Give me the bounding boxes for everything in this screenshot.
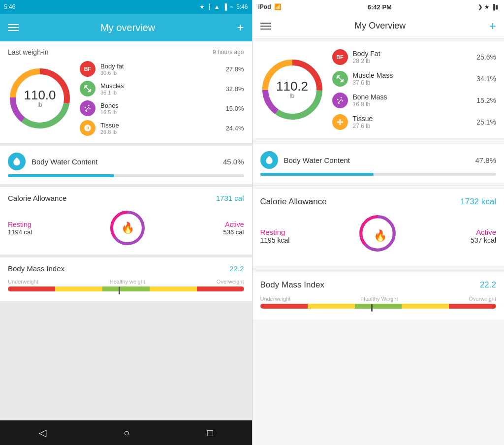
ios-bmi-underweight: Underweight [260, 296, 291, 302]
ios-body-fat-icon: BF [332, 49, 348, 65]
list-item: Bone Mass 16.8 lb 15.2% [332, 93, 497, 108]
ios-bluetooth-icon: ★ [484, 4, 489, 10]
weigh-in-time: 9 hours ago [213, 49, 244, 56]
ios-calorie-card: Calorie Allowance 1732 kcal Resting 1195… [252, 189, 504, 266]
back-button[interactable]: ◁ [39, 427, 46, 439]
ios-water-card: Body Water Content 47.8% [252, 144, 504, 183]
ios-bmi-card: Body Mass Index 22.2 Underweight Healthy… [252, 272, 504, 319]
body-fat-pct: 27.8% [226, 65, 244, 73]
ios-water-icon [260, 151, 278, 169]
bmi-labels: Underweight Healthy weight Overweight [8, 279, 244, 285]
tissue-icon [80, 120, 95, 136]
ios-calorie-donut: 🔥 [358, 214, 402, 258]
list-item: Tissue 26.8 lb 24.4% [80, 120, 244, 136]
ios-muscle-sub: 37.6 lb [353, 79, 472, 86]
muscles-label: Muscles [100, 82, 221, 90]
ios-add-button[interactable]: + [489, 20, 496, 32]
wifi-icon: ▲ [214, 3, 220, 10]
body-fat-icon: BF [80, 61, 95, 77]
bones-pct: 15.0% [226, 105, 244, 112]
ios-bmi-healthy: Healthy Weight [361, 296, 398, 302]
water-pct: 45.0% [223, 158, 244, 166]
ios-muscle-pct: 34.1% [476, 75, 496, 83]
vibrate-icon: ┇ [208, 3, 211, 10]
ios-resting-value: 1195 kcal [260, 236, 290, 244]
svg-point-17 [339, 123, 341, 125]
active-label: Active [223, 221, 244, 228]
ios-weigh-in-card: 110.2 lb BF Body Fat 28.2 lb 25.6% [252, 41, 504, 138]
ios-body-fat-sub: 28.2 lb [353, 58, 472, 64]
ios-flame-icon: 🔥 [374, 229, 387, 242]
ios-bmi-value: 22.2 [480, 280, 496, 290]
ios-bone-sub: 16.8 lb [353, 101, 472, 108]
bluetooth-icon: ★ [199, 3, 205, 10]
android-content: Last weigh-in 9 hours ago [0, 41, 252, 420]
ios-location-icon: ❯ [478, 4, 482, 10]
ios-resting-label: Resting [260, 228, 290, 236]
metrics-list: BF Body fat 30.6 lb 27.8% Muscles [80, 61, 244, 136]
ios-tissue-pct: 25.1% [476, 118, 496, 126]
separator [252, 186, 504, 186]
home-button[interactable]: ○ [124, 427, 129, 439]
ios-weight-value: 110.2 [276, 80, 308, 93]
menu-button[interactable] [8, 24, 19, 31]
recents-button[interactable]: □ [207, 427, 213, 439]
bmi-overweight: Overweight [217, 279, 244, 285]
water-progress-bg [8, 174, 244, 177]
ios-muscle-icon [332, 71, 348, 87]
android-navigation: ◁ ○ □ [0, 420, 252, 445]
calorie-title: Calorie Allowance [8, 194, 66, 202]
device-label: iPod [258, 3, 271, 10]
ios-battery-icon: ▐▮ [491, 4, 498, 10]
separator [252, 269, 504, 269]
list-item: Muscles 36.1 lb 32.8% [80, 81, 244, 96]
ios-weight-unit: lb [276, 93, 308, 99]
android-status-bar: 5:46 ★ ┇ ▲ ▐ ⎓ 5:46 [0, 0, 252, 14]
ios-bmi-labels: Underweight Healthy Weight Overweight [260, 296, 497, 302]
separator [252, 141, 504, 141]
ios-menu-button[interactable] [260, 23, 271, 30]
weigh-in-card: Last weigh-in 9 hours ago [0, 41, 252, 143]
water-label: Body Water Content [32, 158, 217, 166]
ios-muscle-label: Muscle Mass [353, 71, 472, 79]
list-item: Bones 16.5 lb 15.0% [80, 100, 244, 116]
ios-active-value: 537 kcal [471, 236, 496, 244]
tissue-pct: 24.4% [226, 125, 244, 132]
ios-time: 6:42 PM [368, 3, 392, 11]
tissue-sub: 26.8 lb [100, 129, 221, 135]
ios-body-fat-pct: 25.6% [476, 53, 496, 61]
water-card: Body Water Content 45.0% [0, 146, 252, 184]
muscles-sub: 36.1 lb [100, 90, 221, 95]
svg-point-14 [337, 121, 339, 123]
android-time: 5:46 [4, 3, 15, 10]
active-value: 536 cal [223, 228, 244, 236]
bmi-card: Body Mass Index 22.2 Underweight Healthy… [0, 257, 252, 301]
ios-tissue-label: Tissue [353, 115, 472, 123]
ios-bmi-marker [371, 304, 373, 312]
bmi-healthy: Healthy weight [110, 279, 145, 285]
signal-icon: ▐ [223, 3, 227, 10]
bones-label: Bones [100, 102, 221, 109]
ios-bone-pct: 15.2% [476, 96, 496, 104]
weight-unit: lb [24, 101, 56, 108]
weight-donut-chart: 110.0 lb [8, 66, 72, 130]
ios-water-pct: 47.8% [475, 156, 496, 164]
body-fat-label: Body fat [100, 63, 221, 70]
bmi-underweight: Underweight [8, 279, 38, 285]
bmi-title: Body Mass Index [8, 264, 64, 273]
ios-tissue-icon [332, 114, 348, 130]
status-time: 5:46 [236, 3, 248, 10]
svg-point-13 [339, 121, 341, 123]
ios-status-bar: iPod 📶 6:42 PM ❯ ★ ▐▮ [252, 0, 504, 14]
muscles-pct: 32.8% [226, 85, 244, 93]
bones-icon [80, 100, 95, 116]
muscles-icon [80, 81, 95, 96]
ios-content: 110.2 lb BF Body Fat 28.2 lb 25.6% [252, 38, 504, 445]
ios-water-progress-bg [260, 173, 497, 176]
water-progress-fill [8, 174, 114, 177]
battery-icon: ⎓ [230, 3, 233, 10]
ios-water-progress-fill [260, 173, 374, 176]
ios-water-label: Body Water Content [284, 156, 470, 164]
add-button[interactable]: + [237, 22, 244, 33]
ios-bone-icon [332, 93, 348, 108]
